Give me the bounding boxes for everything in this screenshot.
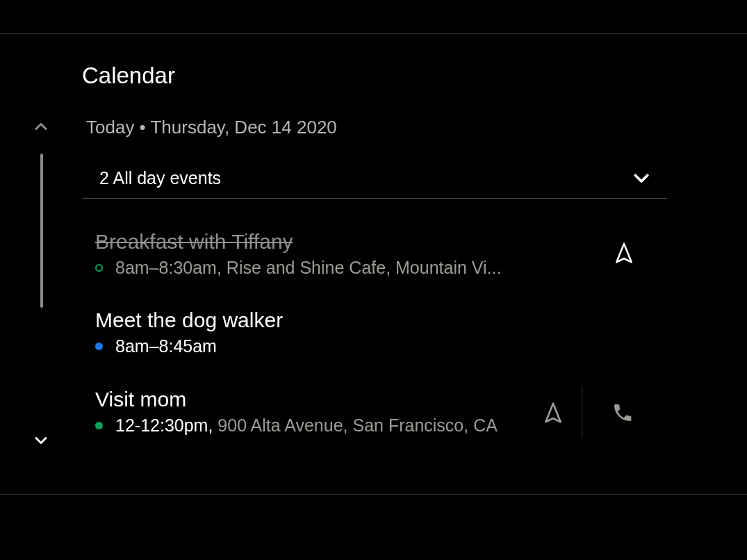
scroll-up-button[interactable]	[31, 117, 51, 136]
event-title: Breakfast with Tiffany	[95, 230, 667, 254]
navigate-button[interactable]	[613, 242, 635, 264]
event-row[interactable]: Breakfast with Tiffany 8am–8:30am, Rise …	[95, 230, 667, 278]
page-title: Calendar	[82, 63, 175, 89]
scrollbar-track[interactable]	[40, 154, 43, 308]
top-divider	[0, 33, 747, 34]
calendar-color-dot-icon	[95, 343, 103, 350]
navigation-arrow-icon	[613, 242, 635, 264]
bottom-divider	[0, 494, 747, 495]
phone-icon	[611, 402, 634, 424]
chevron-up-icon	[31, 117, 51, 136]
date-line: Today • Thursday, Dec 14 2020	[86, 117, 337, 138]
event-row[interactable]: Meet the dog walker 8am–8:45am	[95, 308, 667, 356]
scroll-down-button[interactable]	[31, 431, 51, 450]
navigation-arrow-icon	[542, 402, 564, 424]
action-divider	[582, 386, 582, 438]
event-location: Rise and Shine Cafe, Mountain Vi...	[222, 258, 502, 277]
call-button[interactable]	[611, 402, 634, 424]
event-time: 12-12:30pm,	[115, 415, 213, 435]
calendar-color-dot-icon	[95, 264, 103, 272]
event-time: 8am–8:30am,	[115, 258, 222, 277]
event-location: 900 Alta Avenue, San Francisco, CA	[213, 415, 498, 435]
event-subline: 8am–8:30am, Rise and Shine Cafe, Mountai…	[95, 258, 667, 278]
allday-divider	[82, 198, 667, 199]
event-time: 8am–8:45am	[115, 336, 217, 356]
navigate-button[interactable]	[542, 402, 564, 424]
event-subline: 8am–8:45am	[95, 336, 667, 356]
calendar-color-dot-icon	[95, 422, 103, 429]
event-title: Meet the dog walker	[95, 308, 667, 332]
chevron-down-icon	[31, 431, 51, 450]
allday-label: 2 All day events	[99, 168, 221, 188]
allday-expander[interactable]: 2 All day events	[82, 156, 667, 199]
chevron-down-icon	[631, 167, 652, 188]
